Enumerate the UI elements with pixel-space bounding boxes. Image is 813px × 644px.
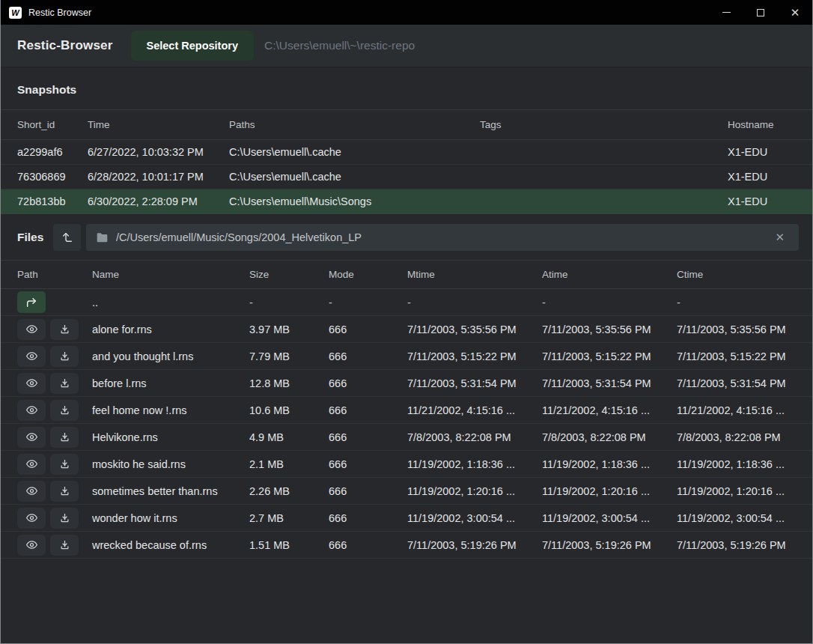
- download-icon: [59, 350, 70, 362]
- download-file-button[interactable]: [50, 400, 79, 421]
- current-path-input[interactable]: /C/Users/emuell/Music/Songs/2004_Helveti…: [86, 224, 799, 251]
- col-mode: Mode: [329, 269, 407, 280]
- preview-file-button[interactable]: [17, 346, 46, 367]
- snapshot-time: 6/30/2022, 2:28:09 PM: [88, 195, 229, 207]
- snapshot-time: 6/27/2022, 10:03:32 PM: [88, 146, 229, 158]
- file-mtime: 7/11/2003, 5:19:26 PM: [407, 539, 542, 551]
- file-ctime: 11/19/2002, 1:20:16 ...: [677, 485, 812, 497]
- select-repository-button[interactable]: Select Repository: [131, 31, 255, 61]
- snapshot-row-selected[interactable]: 72b813bb 6/30/2022, 2:28:09 PM C:\Users\…: [1, 189, 812, 214]
- file-mtime: 11/19/2002, 1:20:16 ...: [407, 485, 542, 497]
- file-mode: 666: [329, 323, 407, 335]
- clear-path-button[interactable]: ✕: [770, 228, 789, 247]
- eye-icon: [25, 458, 38, 470]
- file-mtime: -: [407, 297, 542, 309]
- download-icon: [59, 485, 70, 496]
- files-heading: Files: [17, 231, 53, 244]
- file-mtime: 7/11/2003, 5:15:22 PM: [407, 350, 542, 362]
- preview-file-button[interactable]: [17, 427, 46, 448]
- file-name: feel home now !.rns: [92, 404, 249, 416]
- file-ctime: 11/19/2002, 1:18:36 ...: [677, 458, 812, 470]
- preview-file-button[interactable]: [17, 400, 46, 421]
- file-atime: 7/11/2003, 5:31:54 PM: [542, 377, 677, 389]
- download-icon: [59, 458, 70, 470]
- maximize-icon: [757, 9, 764, 16]
- preview-file-button[interactable]: [17, 535, 46, 556]
- snapshot-row[interactable]: 76306869 6/28/2022, 10:01:17 PM C:\Users…: [1, 165, 812, 189]
- file-atime: 11/21/2002, 4:15:16 ...: [542, 404, 677, 416]
- go-up-button[interactable]: [17, 291, 46, 313]
- app-title: Restic-Browser: [17, 38, 113, 53]
- download-file-button[interactable]: [50, 508, 79, 529]
- download-file-button[interactable]: [50, 346, 79, 367]
- file-mode: 666: [329, 350, 407, 362]
- col-name: Name: [92, 269, 249, 280]
- file-mode: -: [329, 297, 407, 309]
- file-size: 2.7 MB: [249, 512, 329, 524]
- snapshot-row[interactable]: a2299af6 6/27/2022, 10:03:32 PM C:\Users…: [1, 140, 812, 165]
- maximize-button[interactable]: [743, 0, 778, 25]
- file-mode: 666: [329, 485, 407, 497]
- file-mtime: 7/11/2003, 5:31:54 PM: [407, 377, 542, 389]
- file-mode: 666: [329, 404, 407, 416]
- file-size: 2.1 MB: [249, 458, 329, 470]
- preview-file-button[interactable]: [17, 508, 46, 529]
- window-title: Restic Browser: [28, 7, 709, 18]
- file-size: 12.8 MB: [249, 377, 329, 389]
- file-size: -: [249, 297, 329, 309]
- file-row: alone for.rns3.97 MB6667/11/2003, 5:35:5…: [1, 316, 812, 343]
- download-icon: [59, 512, 70, 523]
- minimize-button[interactable]: [709, 0, 743, 25]
- close-icon: ✕: [775, 231, 785, 243]
- parent-directory-button[interactable]: [53, 224, 81, 251]
- eye-icon: [25, 539, 38, 550]
- download-file-button[interactable]: [50, 373, 79, 394]
- snapshot-hostname: X1-EDU: [728, 195, 812, 207]
- file-ctime: -: [677, 297, 812, 309]
- eye-icon: [25, 431, 38, 443]
- file-row: moskito he said.rns2.1 MB66611/19/2002, …: [1, 451, 812, 478]
- file-atime: 7/11/2003, 5:15:22 PM: [542, 350, 677, 362]
- preview-file-button[interactable]: [17, 319, 46, 340]
- download-icon: [59, 377, 70, 389]
- files-table-body: alone for.rns3.97 MB6667/11/2003, 5:35:5…: [1, 316, 812, 559]
- file-name: Helvikone.rns: [92, 431, 249, 443]
- snapshot-paths: C:\Users\emuell\Music\Songs: [229, 195, 480, 207]
- download-file-button[interactable]: [50, 481, 79, 502]
- file-ctime: 11/19/2002, 3:00:54 ...: [677, 512, 812, 524]
- file-mode: 666: [329, 377, 407, 389]
- file-row: sometimes better than.rns2.26 MB66611/19…: [1, 478, 812, 505]
- file-mode: 666: [329, 431, 407, 443]
- file-row: wonder how it.rns2.7 MB66611/19/2002, 3:…: [1, 505, 812, 532]
- col-path: Path: [17, 269, 92, 280]
- repository-header: Restic-Browser Select Repository C:\User…: [1, 25, 812, 67]
- download-icon: [59, 404, 70, 416]
- preview-file-button[interactable]: [17, 481, 46, 502]
- file-size: 3.97 MB: [249, 323, 329, 335]
- file-name: wrecked because of.rns: [92, 539, 249, 551]
- download-file-button[interactable]: [50, 535, 79, 556]
- snapshot-time: 6/28/2022, 10:01:17 PM: [88, 171, 229, 183]
- file-mtime: 11/19/2002, 1:18:36 ...: [407, 458, 542, 470]
- col-time: Time: [88, 119, 229, 130]
- snapshots-table-header: Short_id Time Paths Tags Hostname: [1, 109, 812, 140]
- eye-icon: [25, 512, 38, 523]
- download-icon: [59, 323, 70, 335]
- title-bar: W Restic Browser ✕: [1, 0, 812, 25]
- file-mode: 666: [329, 458, 407, 470]
- preview-file-button[interactable]: [17, 454, 46, 475]
- close-button[interactable]: ✕: [778, 0, 812, 25]
- download-file-button[interactable]: [50, 454, 79, 475]
- file-row: feel home now !.rns10.6 MB66611/21/2002,…: [1, 397, 812, 424]
- file-mtime: 11/21/2002, 4:15:16 ...: [407, 404, 542, 416]
- preview-file-button[interactable]: [17, 373, 46, 394]
- download-icon: [59, 539, 70, 550]
- current-path-text: /C/Users/emuell/Music/Songs/2004_Helveti…: [116, 231, 770, 243]
- file-atime: -: [542, 297, 677, 309]
- download-file-button[interactable]: [50, 427, 79, 448]
- file-atime: 11/19/2002, 3:00:54 ...: [542, 512, 677, 524]
- snapshot-hostname: X1-EDU: [728, 171, 812, 183]
- download-file-button[interactable]: [50, 319, 79, 340]
- eye-icon: [25, 404, 38, 416]
- snapshot-short-id: a2299af6: [17, 146, 88, 158]
